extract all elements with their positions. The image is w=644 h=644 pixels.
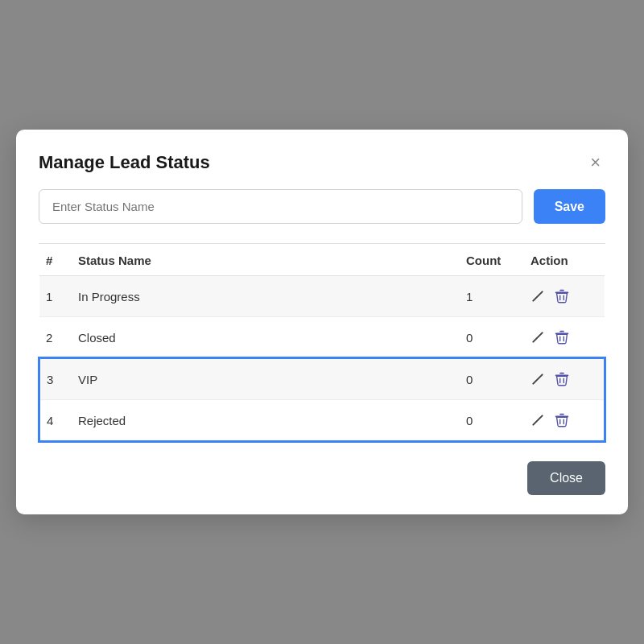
row-actions [524, 276, 605, 317]
row-actions [524, 358, 605, 400]
close-footer-button[interactable]: Close [527, 461, 605, 495]
input-row: Save [39, 189, 605, 224]
table-body-normal: 1 In Progress 1 2 Closed 0 [39, 276, 605, 359]
col-header-count: Count [460, 244, 524, 276]
row-count: 0 [460, 317, 524, 359]
edit-icon[interactable] [532, 291, 543, 302]
row-actions [524, 317, 605, 359]
status-table: # Status Name Count Action 1 In Progress… [39, 244, 605, 442]
row-count: 0 [460, 400, 524, 442]
row-count: 1 [460, 276, 524, 317]
row-actions [524, 400, 605, 442]
edit-icon[interactable] [532, 332, 543, 343]
svg-rect-9 [559, 373, 564, 374]
svg-rect-1 [559, 290, 564, 291]
svg-rect-13 [559, 414, 564, 415]
row-status-name: VIP [72, 358, 460, 400]
modal-header: Manage Lead Status × [39, 152, 605, 173]
modal-title: Manage Lead Status [39, 152, 210, 173]
close-icon-button[interactable]: × [585, 152, 605, 173]
col-header-status-name: Status Name [72, 244, 460, 276]
svg-rect-5 [559, 331, 564, 332]
save-button[interactable]: Save [534, 189, 605, 224]
overlay: Manage Lead Status × Save # Status Name … [0, 0, 644, 644]
delete-icon[interactable] [553, 328, 571, 346]
status-name-input[interactable] [39, 189, 522, 224]
delete-icon[interactable] [553, 411, 571, 429]
modal-footer: Close [39, 461, 605, 495]
table-header-row: # Status Name Count Action [39, 244, 605, 276]
table-row: 4 Rejected 0 [39, 400, 605, 442]
table-row: 3 VIP 0 [39, 358, 605, 400]
row-num: 1 [39, 276, 72, 317]
row-num: 3 [39, 358, 72, 400]
row-num: 4 [39, 400, 72, 442]
delete-icon[interactable] [553, 287, 571, 305]
row-status-name: Closed [72, 317, 460, 359]
table-row: 2 Closed 0 [39, 317, 605, 359]
col-header-action: Action [524, 244, 605, 276]
edit-icon[interactable] [532, 415, 543, 426]
row-num: 2 [39, 317, 72, 359]
edit-icon[interactable] [532, 374, 543, 385]
row-count: 0 [460, 358, 524, 400]
row-status-name: In Progress [72, 276, 460, 317]
col-header-num: # [39, 244, 72, 276]
table-row: 1 In Progress 1 [39, 276, 605, 317]
modal: Manage Lead Status × Save # Status Name … [16, 130, 628, 514]
table-body-highlighted: 3 VIP 0 4 Rejected 0 [39, 358, 605, 441]
delete-icon[interactable] [553, 370, 571, 388]
row-status-name: Rejected [72, 400, 460, 442]
